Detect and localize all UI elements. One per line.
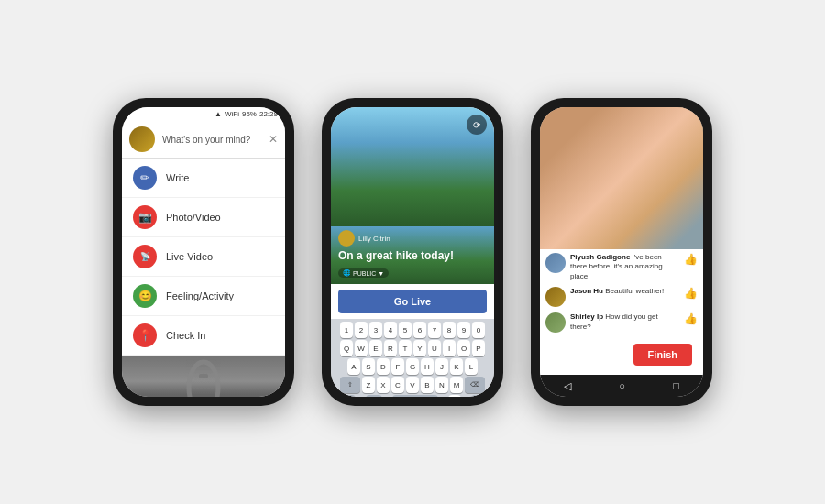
key-o[interactable]: O [457, 340, 470, 356]
comment-avatar-2 [545, 287, 566, 307]
photo-label: Photo/Video [166, 212, 221, 223]
photo-video-option[interactable]: 📷 Photo/Video [122, 198, 285, 237]
comment-avatar-3 [545, 312, 566, 333]
key-l[interactable]: L [465, 358, 478, 375]
go-live-button[interactable]: Go Live [338, 290, 487, 313]
key-3[interactable]: 3 [369, 322, 382, 338]
close-icon[interactable]: ✕ [269, 133, 278, 146]
key-7[interactable]: 7 [428, 322, 441, 338]
checkin-option[interactable]: 📍 Check In [122, 316, 285, 356]
whats-on-mind-prompt[interactable]: What's on your mind? [162, 135, 261, 145]
phone-2-screen: ⟳ Lilly Citrin On a great hike today! 🌐 … [331, 107, 494, 397]
key-c[interactable]: C [391, 377, 404, 393]
photo-icon: 📷 [133, 205, 157, 229]
key-n[interactable]: N [435, 377, 448, 393]
phone-1: ▲ WiFi 95% 22:29 What's on your mind? ✕ … [113, 98, 294, 406]
phone-3-screen: ● Live • 84 Viewers ⟳ Piyush Gadigone I'… [540, 107, 703, 397]
post-options-menu: ✏ Write 📷 Photo/Video 📡 Live Video 😊 Fee… [122, 159, 285, 356]
live-video-option[interactable]: 📡 Live Video [122, 237, 285, 277]
live-icon: 📡 [133, 245, 157, 268]
live-comments-section: Piyush Gadigone I've been there before, … [540, 249, 703, 375]
post-background-image [122, 356, 285, 397]
key-6[interactable]: 6 [413, 322, 426, 338]
key-e[interactable]: E [369, 340, 382, 356]
key-f[interactable]: F [391, 358, 404, 375]
key-v[interactable]: V [406, 377, 419, 393]
key-j[interactable]: J [435, 358, 448, 375]
phone-3: ● Live • 84 Viewers ⟳ Piyush Gadigone I'… [531, 98, 712, 406]
language-key[interactable]: English(UK) [392, 395, 438, 397]
rotate-icon: ⟳ [473, 120, 480, 130]
live-label: Live Video [166, 251, 213, 262]
key-4[interactable]: 4 [384, 322, 397, 338]
comment-text-2: Jason Hu Beautiful weather! [570, 287, 679, 296]
comment-1: Piyush Gadigone I've been there before, … [545, 253, 698, 281]
key-m[interactable]: M [450, 377, 463, 393]
comment-body-2: Beautiful weather! [605, 287, 664, 295]
key-x[interactable]: X [377, 377, 390, 393]
rotate-camera-button[interactable]: ⟳ [467, 115, 487, 135]
key-p[interactable]: P [472, 340, 485, 356]
phone-1-screen: ▲ WiFi 95% 22:29 What's on your mind? ✕ … [122, 107, 285, 397]
caption-area: Lilly Citrin On a great hike today! 🌐 PU… [331, 226, 494, 284]
battery-indicator: 95% [242, 110, 257, 118]
key-z[interactable]: Z [362, 377, 375, 393]
key-0[interactable]: 0 [472, 322, 485, 338]
shift-key[interactable]: ⇧ [340, 377, 360, 393]
key-t[interactable]: T [399, 340, 412, 356]
key-w[interactable]: W [355, 340, 368, 356]
key-8[interactable]: 8 [443, 322, 456, 338]
comment-avatar-1 [545, 253, 566, 273]
navigation-bar: ◁ ○ □ [540, 375, 703, 397]
comment-text-1: Piyush Gadigone I've been there before, … [570, 253, 679, 281]
key-2[interactable]: 2 [355, 322, 368, 338]
landscape-photo: ⟳ [331, 107, 494, 226]
home-nav-icon[interactable]: ○ [619, 380, 625, 391]
phone-2: ⟳ Lilly Citrin On a great hike today! 🌐 … [322, 98, 503, 406]
like-button-1[interactable]: 👍 [684, 253, 698, 266]
svg-rect-1 [199, 374, 208, 378]
write-icon: ✏ [133, 166, 157, 190]
key-h[interactable]: H [421, 358, 434, 375]
finish-button[interactable]: Finish [633, 344, 692, 366]
key-r[interactable]: R [384, 340, 397, 356]
keyboard-bottom-row: Sym ☺ English(UK) . ↵ [334, 395, 491, 397]
comment-text-3: Shirley Ip How did you get there? [570, 312, 679, 332]
write-option[interactable]: ✏ Write [122, 159, 285, 198]
emoji-key[interactable]: ☺ [366, 395, 382, 397]
keyboard-row-numbers: 1 2 3 4 5 6 7 8 9 0 [334, 322, 491, 338]
enter-key[interactable]: ↵ [471, 395, 491, 397]
globe-icon: 🌐 [343, 269, 351, 277]
like-button-2[interactable]: 👍 [684, 287, 698, 300]
key-5[interactable]: 5 [399, 322, 412, 338]
comment-author-3: Shirley Ip [570, 312, 603, 321]
signal-icon: ▲ [214, 110, 222, 118]
comment-author-2: Jason Hu [570, 287, 603, 295]
keyboard-row-z: ⇧ Z X C V B N M ⌫ [334, 377, 491, 393]
public-label: PUBLIC [353, 270, 376, 277]
status-bar: ▲ WiFi 95% 22:29 [122, 107, 285, 121]
key-q[interactable]: Q [340, 340, 353, 356]
key-g[interactable]: G [406, 358, 419, 375]
feeling-option[interactable]: 😊 Feeling/Activity [122, 277, 285, 316]
sym-key[interactable]: Sym [334, 395, 356, 397]
feeling-icon: 😊 [133, 284, 157, 308]
key-a[interactable]: A [347, 358, 360, 375]
key-s[interactable]: S [362, 358, 375, 375]
period-key[interactable]: . [448, 395, 461, 397]
recents-nav-icon[interactable]: □ [673, 380, 679, 391]
keyboard: 1 2 3 4 5 6 7 8 9 0 Q W E R T Y [331, 319, 494, 397]
like-button-3[interactable]: 👍 [684, 312, 698, 325]
key-y[interactable]: Y [413, 340, 426, 356]
back-nav-icon[interactable]: ◁ [564, 380, 571, 392]
live-video-feed: ● Live • 84 Viewers ⟳ [540, 107, 703, 249]
key-k[interactable]: K [450, 358, 463, 375]
key-d[interactable]: D [377, 358, 390, 375]
comment-2: Jason Hu Beautiful weather! 👍 [545, 287, 698, 307]
key-9[interactable]: 9 [457, 322, 470, 338]
key-i[interactable]: I [443, 340, 456, 356]
key-1[interactable]: 1 [340, 322, 353, 338]
backspace-key[interactable]: ⌫ [465, 377, 485, 393]
key-b[interactable]: B [421, 377, 434, 393]
key-u[interactable]: U [428, 340, 441, 356]
